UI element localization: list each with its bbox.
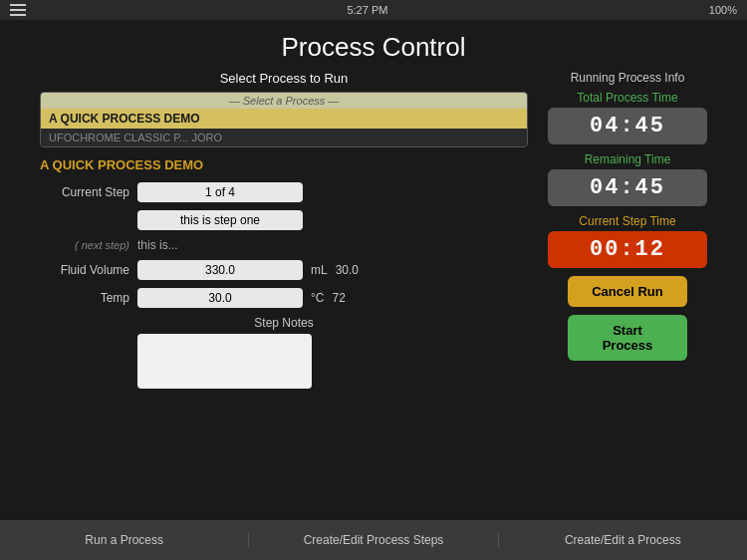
temp-label: Temp bbox=[40, 291, 129, 305]
total-process-time: 04:45 bbox=[548, 108, 707, 144]
start-process-button[interactable]: Start Process bbox=[568, 315, 687, 361]
fluid-volume-unit2: 30.0 bbox=[336, 263, 359, 277]
remaining-time-section: Remaining Time 04:45 bbox=[548, 152, 707, 206]
next-step-row: ( next step) this is... bbox=[40, 238, 528, 252]
step-notes-box[interactable] bbox=[137, 334, 312, 389]
process-option-alt[interactable]: UFOCHROME CLASSIC P... JORO bbox=[41, 129, 527, 146]
total-process-section: Total Process Time 04:45 bbox=[548, 91, 707, 144]
total-process-label: Total Process Time bbox=[548, 91, 707, 105]
running-info-title: Running Process Info bbox=[571, 71, 685, 85]
left-panel: Select Process to Run — Select a Process… bbox=[40, 71, 528, 389]
current-step-value[interactable] bbox=[137, 182, 303, 202]
main-content: Select Process to Run — Select a Process… bbox=[0, 71, 747, 389]
cancel-run-button[interactable]: Cancel Run bbox=[568, 276, 687, 307]
right-panel: Running Process Info Total Process Time … bbox=[548, 71, 707, 389]
fluid-volume-label: Fluid Volume bbox=[40, 263, 129, 277]
next-step-label: ( next step) bbox=[40, 239, 129, 251]
current-step-time-section: Current Step Time 00:12 bbox=[548, 214, 707, 268]
temp-unit2: 72 bbox=[332, 291, 345, 305]
process-selector[interactable]: — Select a Process — A QUICK PROCESS DEM… bbox=[40, 92, 528, 147]
tab-run-process[interactable]: Run a Process bbox=[0, 533, 249, 547]
current-step-time-display: 00:12 bbox=[548, 231, 707, 268]
tab-create-edit-process[interactable]: Create/Edit a Process bbox=[499, 533, 747, 547]
current-step-label: Current Step bbox=[40, 185, 129, 199]
top-bar: 5:27 PM 100% bbox=[0, 0, 747, 20]
process-name: A QUICK PROCESS DEMO bbox=[40, 157, 528, 172]
tab-create-edit-steps[interactable]: Create/Edit Process Steps bbox=[249, 533, 498, 547]
process-selector-placeholder: — Select a Process — bbox=[41, 93, 527, 109]
current-step-row: Current Step bbox=[40, 182, 528, 202]
remaining-time-label: Remaining Time bbox=[548, 152, 707, 166]
step-description[interactable] bbox=[137, 210, 303, 230]
process-option-selected[interactable]: A QUICK PROCESS DEMO bbox=[41, 109, 527, 129]
bottom-bar: Run a Process Create/Edit Process Steps … bbox=[0, 520, 747, 560]
temp-unit: °C bbox=[311, 291, 324, 305]
current-step-time-label: Current Step Time bbox=[548, 214, 707, 228]
battery: 100% bbox=[709, 4, 737, 16]
fluid-volume-row: Fluid Volume mL 30.0 bbox=[40, 260, 528, 280]
page-title: Process Control bbox=[0, 20, 747, 71]
menu-icon[interactable] bbox=[10, 4, 26, 16]
select-process-label: Select Process to Run bbox=[40, 71, 528, 86]
fluid-volume-input[interactable] bbox=[137, 260, 303, 280]
fluid-volume-unit: mL bbox=[311, 263, 328, 277]
clock: 5:27 PM bbox=[347, 4, 387, 16]
next-step-value: this is... bbox=[137, 238, 178, 252]
remaining-time-display: 04:45 bbox=[548, 169, 707, 206]
temp-row: Temp °C 72 bbox=[40, 288, 528, 308]
step-notes-label: Step Notes bbox=[40, 316, 528, 330]
temp-input[interactable] bbox=[137, 288, 303, 308]
step-desc-row bbox=[40, 210, 528, 230]
